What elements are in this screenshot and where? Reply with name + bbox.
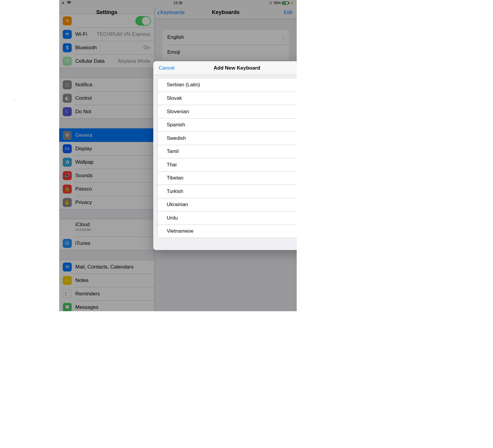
watermark-think: THINK: [17, 99, 18, 99]
language-option[interactable]: Urdu: [158, 211, 297, 225]
svg-line-3: [15, 99, 16, 100]
language-option[interactable]: Tibetan: [158, 171, 297, 185]
svg-line-2: [14, 99, 15, 100]
language-option[interactable]: Slovenian: [158, 105, 297, 118]
language-option[interactable]: Spanish: [158, 118, 297, 132]
language-option[interactable]: Thai: [158, 158, 297, 171]
svg-point-6: [18, 100, 19, 101]
language-option[interactable]: Slovak: [158, 92, 297, 105]
language-option[interactable]: Vietnamese: [158, 225, 297, 238]
svg-marker-0: [13, 99, 15, 101]
ipad-screen: ✈ 15:38 ⌘ 58% ⚡ Settings ✈: [59, 0, 297, 311]
cancel-button[interactable]: Cancel: [159, 65, 174, 71]
watermark-different: DIFFERENT: [18, 99, 19, 99]
modal-title: Add New Keyboard: [214, 65, 260, 71]
watermark-tagline: THƯƠNG HIỆU UY TÍN CỦA NGƯỜI VIỆT: [16, 100, 18, 100]
language-option[interactable]: Swedish: [158, 131, 297, 145]
language-option[interactable]: Tamil: [158, 145, 297, 158]
watermark-brand: ACVIET.VN: [16, 99, 19, 100]
language-option[interactable]: Ukrainian: [158, 198, 297, 211]
language-option[interactable]: Turkish: [158, 185, 297, 198]
modal-header: Cancel Add New Keyboard: [153, 61, 297, 75]
language-option[interactable]: Serbian (Latin): [158, 78, 297, 92]
svg-text:R: R: [18, 100, 19, 100]
language-list[interactable]: Serbian (Latin)SlovakSlovenianSpanishSwe…: [157, 78, 297, 238]
add-keyboard-modal: Cancel Add New Keyboard Serbian (Latin)S…: [153, 61, 297, 250]
